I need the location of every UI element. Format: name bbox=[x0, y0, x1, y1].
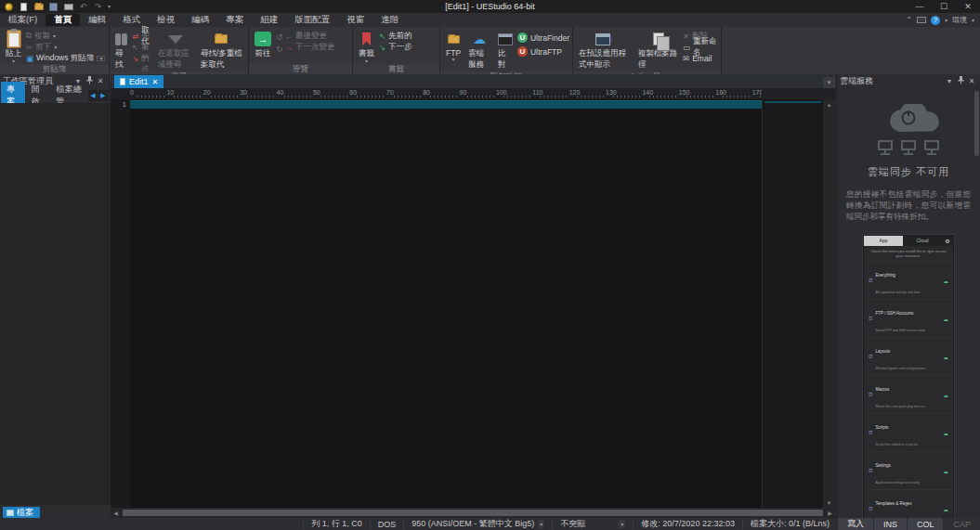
horizontal-scroll-thumb[interactable] bbox=[123, 510, 823, 516]
bookmarks-group-label: 書籤 bbox=[353, 64, 439, 74]
next-change-button[interactable]: →下一次變更 bbox=[285, 42, 335, 52]
cloud-sync-description: 您的授權不包括雲端同步，但當您轉換為訂閱計劃時，您可以新增雲端同步和享有特殊折扣… bbox=[846, 188, 971, 222]
find-next-icon: ↘ bbox=[132, 54, 138, 63]
show-in-default-app-button[interactable]: ⇩ 在預設應用程式中顯示 bbox=[576, 29, 634, 71]
document-tab-edit1[interactable]: Edit1 ✕ bbox=[114, 75, 163, 88]
write-mode-indicator[interactable]: 寫入 bbox=[837, 518, 873, 530]
encoding-selector[interactable]: 950 (ANSI/OEM - 繁體中文 Big5)▾ bbox=[403, 519, 552, 529]
cloud-services-button[interactable]: ☁ 雲端服務 bbox=[465, 29, 493, 71]
menu-tab[interactable]: 視窗 bbox=[338, 14, 372, 26]
scroll-up-icon[interactable]: ▲ bbox=[823, 99, 835, 110]
last-change-button[interactable]: ←最後變更 bbox=[285, 31, 335, 41]
email-file-button[interactable]: ✉Email bbox=[683, 53, 718, 63]
maximize-button[interactable]: ☐ bbox=[932, 0, 956, 13]
bookmark-previous-button[interactable]: ↖先前的 bbox=[379, 31, 412, 41]
tab-close-icon[interactable]: ✕ bbox=[152, 78, 159, 86]
file-icon bbox=[120, 78, 125, 85]
copy-file-path-button[interactable]: 複製檔案路徑 bbox=[635, 29, 681, 71]
close-button[interactable]: ✕ bbox=[956, 0, 980, 13]
ultrafinder-button[interactable]: UUltraFinder bbox=[517, 32, 569, 43]
rename-file-button[interactable]: ▭重新命名 bbox=[683, 42, 718, 52]
tab-scroll-right-icon[interactable]: ▶ bbox=[98, 90, 108, 101]
cloud-sync-preview-card: App Cloud ⚙ Check the items you would li… bbox=[863, 235, 954, 518]
cloud-panel-pin-icon[interactable] bbox=[955, 76, 966, 86]
cloud-panel-dropdown-icon[interactable]: ▾ bbox=[944, 77, 955, 85]
search-in-selection-button[interactable]: 在選取區域搜尋 bbox=[155, 29, 196, 71]
ftp-button[interactable]: FTP▾ bbox=[443, 29, 464, 62]
ruler-mark: 10 bbox=[166, 88, 203, 99]
encoding-dropdown-icon[interactable]: ▾ bbox=[538, 520, 544, 528]
menu-tab[interactable]: 檢視 bbox=[149, 14, 183, 26]
rotate-back-icon[interactable]: ↺ bbox=[276, 32, 283, 42]
layout-icon[interactable] bbox=[917, 17, 926, 23]
environments-selector[interactable]: 環境 bbox=[952, 15, 967, 25]
panel-scrollbar-thumb[interactable] bbox=[974, 91, 979, 156]
menu-tab[interactable]: 版面配置 bbox=[286, 14, 338, 26]
menu-tab[interactable]: 編輯 bbox=[80, 14, 114, 26]
menu-tab[interactable]: 編碼 bbox=[183, 14, 217, 26]
menu-tab[interactable]: 專案 bbox=[217, 14, 252, 26]
menu-tab[interactable]: 組建 bbox=[252, 14, 286, 26]
highlight-dropdown-icon[interactable]: ▾ bbox=[619, 520, 625, 528]
find-next-button[interactable]: ↘下一步 bbox=[132, 53, 153, 63]
window-title: [Edit1] - UEStudio 64-bit bbox=[0, 2, 980, 11]
paste-button[interactable]: 貼上▾ bbox=[3, 29, 24, 64]
delete-x-icon: ✕ bbox=[683, 32, 689, 41]
bookmark-next-button[interactable]: ↘下一步 bbox=[379, 42, 412, 52]
workspace-content[interactable] bbox=[0, 103, 109, 505]
highlight-selector[interactable]: 不突顯▾ bbox=[552, 519, 633, 529]
copy-button[interactable]: ⧉複製▾ bbox=[26, 31, 105, 41]
menu-tab[interactable]: 檔案(F) bbox=[0, 14, 46, 26]
ultraftp-button[interactable]: UUltraFTP bbox=[517, 46, 569, 57]
bookmark-button[interactable]: 書籤▾ bbox=[356, 29, 377, 64]
document-map[interactable] bbox=[762, 99, 823, 508]
cloud-panel-close-icon[interactable]: ✕ bbox=[966, 77, 977, 85]
qat-customize-dropdown-icon[interactable]: ▾ bbox=[108, 5, 111, 8]
menu-tab[interactable]: 進階 bbox=[372, 14, 407, 26]
ribbon-group-navigate: → 前往 ↺ ↻ ←最後變更 →下一次變更 導覽 bbox=[249, 27, 353, 74]
scroll-down-icon[interactable]: ▼ bbox=[823, 498, 835, 508]
line-ending-indicator[interactable]: DOS bbox=[370, 519, 404, 529]
open-folder-icon[interactable] bbox=[33, 2, 44, 11]
print-icon[interactable] bbox=[63, 2, 73, 11]
line-number-gutter: 1 bbox=[111, 99, 130, 508]
rename-icon: ▭ bbox=[683, 43, 690, 52]
compare-button[interactable]: 比對 bbox=[495, 29, 516, 71]
menu-items: 檔案(F)首頁編輯格式檢視編碼專案組建版面配置視窗進階 bbox=[0, 14, 407, 26]
find-button[interactable]: 尋找 bbox=[112, 29, 130, 71]
vertical-scrollbar[interactable]: ▲ ▼ bbox=[823, 99, 835, 508]
cut-button[interactable]: ✂剪下▾ bbox=[26, 42, 105, 52]
replace-icon: ⇄ bbox=[132, 32, 138, 41]
collapse-ribbon-icon[interactable]: ⌃ bbox=[906, 16, 912, 24]
windows-clipboard-button[interactable]: ▣Windows 剪貼簿▾ bbox=[26, 53, 105, 63]
menu-tab[interactable]: 首頁 bbox=[46, 14, 80, 26]
horizontal-scrollbar[interactable]: ◀ ▶ bbox=[111, 508, 835, 518]
undo-icon[interactable]: ↶ bbox=[78, 2, 88, 11]
text-edit-area[interactable] bbox=[130, 99, 762, 508]
goto-button[interactable]: → 前往 bbox=[252, 29, 274, 60]
help-icon[interactable]: ? bbox=[931, 16, 940, 25]
environments-dropdown-icon[interactable]: ▾ bbox=[972, 19, 974, 22]
bookmark-previous-icon: ↖ bbox=[379, 32, 385, 41]
tab-list-dropdown-icon[interactable]: ▼ bbox=[823, 77, 835, 88]
ruler-mark: 140 bbox=[642, 88, 678, 99]
help-dropdown-icon[interactable]: ▾ bbox=[945, 19, 947, 22]
caret-line-highlight bbox=[130, 100, 762, 109]
preview-item: ☑FTP / SSH AccountsSaved FTP and SSH acc… bbox=[868, 299, 949, 337]
tab-scroll-left-icon[interactable]: ◀ bbox=[88, 90, 98, 101]
panel-close-icon[interactable]: ✕ bbox=[95, 77, 106, 85]
ruler-mark: 0 bbox=[130, 88, 166, 99]
insert-mode-indicator[interactable]: INS bbox=[873, 518, 907, 530]
column-mode-indicator[interactable]: COL bbox=[907, 518, 944, 530]
cloud-sync-icon: ☁ bbox=[943, 506, 948, 512]
new-file-icon[interactable] bbox=[19, 2, 29, 11]
minimize-button[interactable]: — bbox=[908, 0, 932, 13]
save-icon[interactable] bbox=[48, 2, 59, 11]
rotate-forward-icon[interactable]: ↻ bbox=[276, 45, 283, 54]
workspace-manager-panel: 工作區管理員 ▾ ✕ 專案開啟檔案總管 ◀ ▶ bbox=[0, 74, 110, 505]
redo-icon[interactable]: ↷ bbox=[93, 2, 103, 11]
scroll-right-icon[interactable]: ▶ bbox=[825, 510, 835, 516]
find-in-files-button[interactable]: 尋找/多重檔案取代 bbox=[198, 29, 245, 71]
scroll-left-icon[interactable]: ◀ bbox=[111, 510, 121, 516]
ruler-mark: 90 bbox=[460, 88, 496, 99]
